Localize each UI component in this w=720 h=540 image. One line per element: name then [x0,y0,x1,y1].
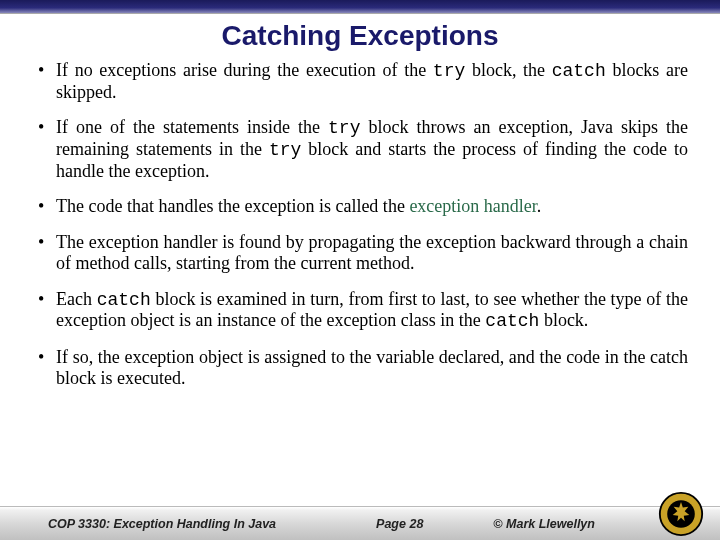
footer-copyright: © Mark Llewellyn [493,517,595,531]
text: . [537,196,542,216]
text: Each [56,289,97,309]
header-stripe [0,0,720,14]
slide-footer: COP 3330: Exception Handling In Java Pag… [0,506,720,540]
slide-body: If no exceptions arise during the execut… [0,60,720,388]
text: block is examined in turn, from first to… [56,289,688,331]
text: If no exceptions arise during the execut… [56,60,433,80]
code-inline: try [328,118,360,138]
code-inline: try [433,61,465,81]
bullet-1: If no exceptions arise during the execut… [38,60,688,102]
ucf-logo-icon [658,491,704,537]
code-inline: catch [552,61,606,81]
bullet-3: The code that handles the exception is c… [38,196,688,217]
slide-title: Catching Exceptions [0,20,720,52]
text: If one of the statements inside the [56,117,328,137]
code-inline: catch [97,290,151,310]
text: block, the [465,60,551,80]
text: If so, the exception object is assigned … [56,347,688,388]
footer-page: Page 28 [376,517,423,531]
text: The code that handles the exception is c… [56,196,409,216]
text: block. [539,310,588,330]
bullet-5: Each catch block is examined in turn, fr… [38,289,688,332]
highlight-text: exception handler [409,196,536,216]
footer-course: COP 3330: Exception Handling In Java [48,517,276,531]
bullet-6: If so, the exception object is assigned … [38,347,688,388]
bullet-list: If no exceptions arise during the execut… [38,60,688,388]
bullet-2: If one of the statements inside the try … [38,117,688,181]
code-inline: try [269,140,301,160]
code-inline: catch [485,311,539,331]
bullet-4: The exception handler is found by propag… [38,232,688,273]
text: The exception handler is found by propag… [56,232,688,273]
